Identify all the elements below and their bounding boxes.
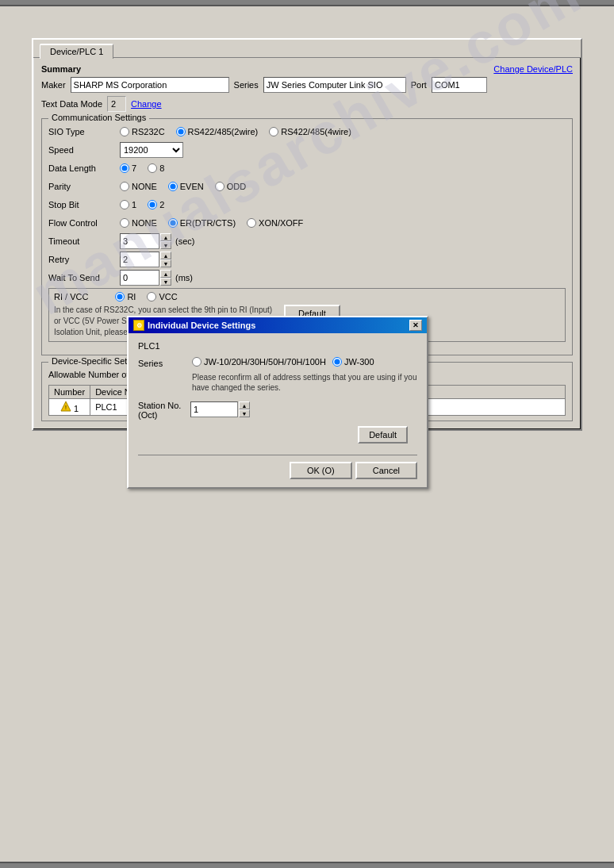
parity-even[interactable]: EVEN: [168, 182, 204, 191]
dialog-title-left: ⚙ Individual Device Settings: [133, 320, 255, 331]
dialog-titlebar: ⚙ Individual Device Settings ✕: [129, 317, 427, 333]
station-spin-buttons: ▲ ▼: [239, 401, 250, 417]
text-data-row: Text Data Mode 2 Change: [41, 96, 573, 112]
flow-control-radio-group: NONE ER(DTR/CTS) XON/XOFF: [120, 218, 303, 228]
dialog-default-btn[interactable]: Default: [358, 426, 408, 444]
individual-device-dialog: ⚙ Individual Device Settings ✕ PLC1 Seri…: [127, 316, 428, 489]
series-jw100h-option[interactable]: JW-10/20H/30H/50H/70H/100H: [192, 357, 326, 367]
dialog-title-icon: ⚙: [133, 320, 144, 331]
flow-er[interactable]: ER(DTR/CTS): [168, 218, 236, 228]
flow-control-label: Flow Control: [48, 218, 120, 228]
text-data-change-link[interactable]: Change: [131, 99, 162, 109]
series-jw100h-radio[interactable]: [192, 357, 201, 367]
series-jw300-radio[interactable]: [332, 357, 342, 367]
ok-button[interactable]: OK (O): [290, 462, 352, 479]
series-label: Series: [234, 80, 259, 90]
flow-control-row: Flow Control NONE ER(DTR/CTS) XON/XOFF: [48, 215, 566, 231]
series-jw300-option[interactable]: JW-300: [332, 357, 374, 367]
parity-row: Parity NONE EVEN ODD: [48, 179, 566, 194]
data-length-8[interactable]: 8: [148, 163, 164, 173]
dialog-buttons: OK (O) Cancel: [138, 455, 417, 479]
timeout-row: Timeout ▲ ▼ (sec): [48, 233, 566, 249]
sio-rs232c[interactable]: RS232C: [120, 127, 165, 136]
parity-even-radio[interactable]: [168, 182, 178, 191]
retry-label: Retry: [48, 255, 120, 264]
wait-to-send-label: Wait To Send: [48, 273, 120, 282]
flow-none-radio[interactable]: [120, 218, 129, 228]
stop-bit-1[interactable]: 1: [120, 200, 136, 209]
speed-select[interactable]: 9600 19200 38400: [120, 142, 183, 158]
ri-radio[interactable]: [115, 292, 125, 301]
retry-row: Retry ▲ ▼: [48, 252, 566, 267]
data-length-8-radio[interactable]: [148, 163, 157, 173]
sio-rs422-2wire[interactable]: RS422/485(2wire): [176, 127, 259, 136]
timeout-up-btn[interactable]: ▲: [160, 233, 171, 241]
parity-label: Parity: [48, 182, 120, 191]
flow-xon[interactable]: XON/XOFF: [247, 218, 303, 228]
ri-option[interactable]: RI: [115, 292, 136, 301]
maker-row: Maker Series Port: [41, 77, 573, 93]
dialog-window: ⚙ Individual Device Settings ✕ PLC1 Seri…: [127, 316, 428, 489]
retry-down-btn[interactable]: ▼: [160, 259, 171, 267]
wait-to-send-down-btn[interactable]: ▼: [160, 278, 171, 286]
station-down-btn[interactable]: ▼: [239, 409, 250, 417]
comm-settings-title: Communication Settings: [48, 113, 149, 122]
dialog-close-btn[interactable]: ✕: [409, 320, 422, 331]
parity-odd-radio[interactable]: [215, 182, 224, 191]
cancel-button[interactable]: Cancel: [355, 462, 417, 479]
parity-odd[interactable]: ODD: [215, 182, 246, 191]
dialog-series-label: Series: [138, 357, 186, 368]
maker-input[interactable]: [71, 77, 229, 93]
stop-bit-row: Stop Bit 1 2: [48, 197, 566, 213]
parity-none[interactable]: NONE: [120, 182, 157, 191]
sio-rs422-4wire-radio[interactable]: [269, 127, 278, 136]
wait-to-send-unit: (ms): [175, 273, 193, 282]
vcc-option[interactable]: VCC: [147, 292, 177, 301]
stop-bit-2[interactable]: 2: [148, 200, 164, 209]
sio-rs422-4wire[interactable]: RS422/485(4wire): [269, 127, 351, 136]
dialog-plc-label: PLC1: [138, 341, 417, 351]
dialog-station-row: Station No.(Oct) ▲ ▼: [138, 399, 417, 420]
dialog-series-row: Series JW-10/20H/30H/50H/70H/100H JW-300…: [138, 357, 417, 393]
sio-type-label: SIO Type: [48, 127, 120, 136]
retry-spin: ▲ ▼: [120, 252, 171, 267]
stop-bit-1-radio[interactable]: [120, 200, 129, 209]
timeout-down-btn[interactable]: ▼: [160, 241, 171, 249]
timeout-spin-buttons: ▲ ▼: [160, 233, 171, 249]
sio-type-row: SIO Type RS232C RS422/485(2wire) RS422/4…: [48, 124, 566, 140]
text-data-value: 2: [107, 96, 126, 112]
dialog-title-text: Individual Device Settings: [148, 321, 255, 330]
data-length-7-radio[interactable]: [120, 163, 129, 173]
timeout-input[interactable]: [120, 233, 159, 249]
data-length-7[interactable]: 7: [120, 163, 136, 173]
port-input[interactable]: [432, 77, 487, 93]
retry-spin-buttons: ▲ ▼: [160, 252, 171, 267]
tab-device-plc1[interactable]: Device/PLC 1: [40, 44, 113, 59]
timeout-unit: (sec): [175, 236, 194, 246]
parity-none-radio[interactable]: [120, 182, 129, 191]
change-device-link[interactable]: Change Device/PLC: [493, 64, 573, 74]
vcc-radio[interactable]: [147, 292, 156, 301]
summary-title: Summary: [41, 64, 81, 74]
wait-to-send-input[interactable]: [120, 270, 159, 286]
flow-none[interactable]: NONE: [120, 218, 157, 228]
series-input[interactable]: [263, 77, 406, 93]
bottom-bar: [0, 862, 614, 868]
flow-er-radio[interactable]: [168, 218, 178, 228]
data-length-label: Data Length: [48, 163, 120, 173]
station-input[interactable]: [190, 401, 238, 417]
retry-input[interactable]: [120, 252, 159, 267]
row-icon-cell: ! 1: [49, 399, 90, 416]
stop-bit-2-radio[interactable]: [148, 200, 157, 209]
stop-bit-label: Stop Bit: [48, 200, 120, 209]
data-length-radio-group: 7 8: [120, 163, 164, 173]
station-up-btn[interactable]: ▲: [239, 401, 250, 409]
flow-xon-radio[interactable]: [247, 218, 256, 228]
sio-rs422-2wire-radio[interactable]: [176, 127, 186, 136]
retry-up-btn[interactable]: ▲: [160, 252, 171, 259]
ri-vcc-header-row: RI / VCC RI VCC: [54, 292, 560, 301]
sio-rs232c-radio[interactable]: [120, 127, 129, 136]
wait-to-send-up-btn[interactable]: ▲: [160, 270, 171, 278]
dialog-series-radio-col: JW-10/20H/30H/50H/70H/100H JW-300 Please…: [192, 357, 417, 393]
top-bar: [0, 0, 614, 6]
